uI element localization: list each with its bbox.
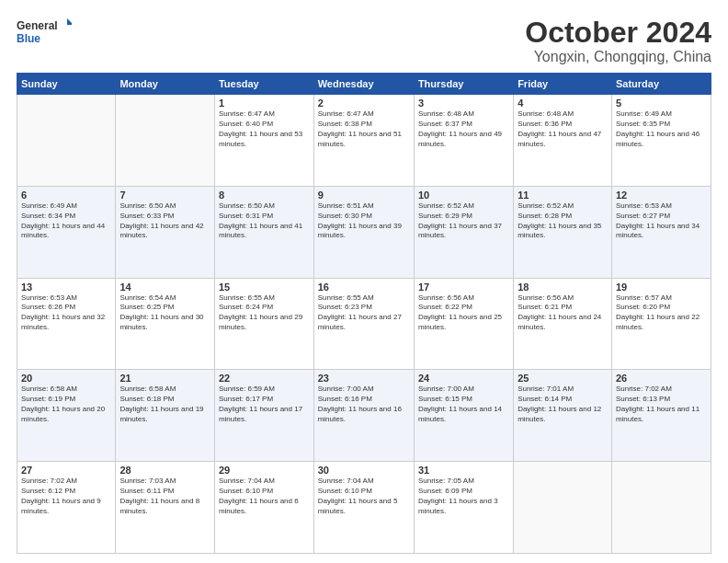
week-row-3: 13Sunrise: 6:53 AMSunset: 6:26 PMDayligh… [17, 278, 711, 370]
svg-marker-2 [67, 18, 72, 25]
day-number: 11 [518, 190, 608, 201]
calendar-cell: 24Sunrise: 7:00 AMSunset: 6:15 PMDayligh… [414, 370, 513, 462]
day-number: 16 [318, 282, 410, 293]
calendar-table: Sunday Monday Tuesday Wednesday Thursday… [17, 73, 711, 554]
calendar-cell: 11Sunrise: 6:52 AMSunset: 6:28 PMDayligh… [514, 186, 612, 278]
col-saturday: Saturday [611, 74, 711, 95]
day-number: 8 [219, 190, 310, 201]
calendar-cell: 5Sunrise: 6:49 AMSunset: 6:35 PMDaylight… [611, 95, 711, 187]
svg-text:General: General [17, 19, 58, 32]
day-info: Sunrise: 7:00 AMSunset: 6:15 PMDaylight:… [418, 385, 509, 424]
day-info: Sunrise: 6:56 AMSunset: 6:21 PMDaylight:… [518, 293, 608, 333]
day-info: Sunrise: 6:47 AMSunset: 6:38 PMDaylight:… [318, 109, 410, 149]
day-number: 7 [119, 190, 210, 201]
logo: General Blue [17, 17, 72, 50]
calendar-cell: 4Sunrise: 6:48 AMSunset: 6:36 PMDaylight… [514, 95, 612, 187]
calendar-cell: 21Sunrise: 6:58 AMSunset: 6:18 PMDayligh… [116, 370, 215, 462]
calendar-cell: 14Sunrise: 6:54 AMSunset: 6:25 PMDayligh… [116, 278, 215, 370]
logo-svg: General Blue [17, 17, 72, 50]
day-number: 24 [418, 373, 509, 384]
calendar-cell: 30Sunrise: 7:04 AMSunset: 6:10 PMDayligh… [313, 462, 414, 554]
calendar-cell: 12Sunrise: 6:53 AMSunset: 6:27 PMDayligh… [611, 186, 711, 278]
day-number: 15 [219, 282, 310, 293]
day-number: 4 [518, 98, 608, 109]
day-number: 26 [616, 373, 707, 384]
day-number: 29 [219, 465, 310, 476]
day-info: Sunrise: 6:48 AMSunset: 6:36 PMDaylight:… [518, 109, 608, 149]
calendar-subtitle: Yongxin, Chongqing, China [525, 49, 711, 65]
day-info: Sunrise: 6:55 AMSunset: 6:24 PMDaylight:… [219, 293, 310, 333]
day-info: Sunrise: 6:47 AMSunset: 6:40 PMDaylight:… [219, 109, 310, 149]
day-number: 6 [21, 190, 111, 201]
calendar-cell: 6Sunrise: 6:49 AMSunset: 6:34 PMDaylight… [17, 186, 116, 278]
day-info: Sunrise: 6:58 AMSunset: 6:18 PMDaylight:… [119, 385, 210, 424]
day-info: Sunrise: 7:02 AMSunset: 6:13 PMDaylight:… [616, 385, 707, 424]
calendar-header-row: Sunday Monday Tuesday Wednesday Thursday… [17, 74, 711, 95]
day-info: Sunrise: 7:04 AMSunset: 6:10 PMDaylight:… [318, 477, 410, 516]
calendar-cell: 15Sunrise: 6:55 AMSunset: 6:24 PMDayligh… [214, 278, 313, 370]
day-info: Sunrise: 7:01 AMSunset: 6:14 PMDaylight:… [518, 385, 608, 424]
calendar-title: October 2024 [525, 17, 711, 49]
day-number: 13 [21, 282, 111, 293]
calendar-cell: 13Sunrise: 6:53 AMSunset: 6:26 PMDayligh… [17, 278, 116, 370]
day-info: Sunrise: 7:02 AMSunset: 6:12 PMDaylight:… [21, 477, 111, 516]
day-number: 27 [21, 465, 111, 476]
day-info: Sunrise: 6:50 AMSunset: 6:33 PMDaylight:… [119, 201, 210, 241]
day-info: Sunrise: 6:57 AMSunset: 6:20 PMDaylight:… [616, 293, 707, 333]
calendar-cell: 18Sunrise: 6:56 AMSunset: 6:21 PMDayligh… [514, 278, 612, 370]
day-number: 18 [518, 282, 608, 293]
day-info: Sunrise: 6:50 AMSunset: 6:31 PMDaylight:… [219, 201, 310, 241]
col-tuesday: Tuesday [214, 74, 313, 95]
calendar-cell: 17Sunrise: 6:56 AMSunset: 6:22 PMDayligh… [414, 278, 513, 370]
day-info: Sunrise: 7:03 AMSunset: 6:11 PMDaylight:… [119, 477, 210, 516]
day-info: Sunrise: 6:49 AMSunset: 6:34 PMDaylight:… [21, 201, 111, 241]
day-number: 10 [418, 190, 509, 201]
day-info: Sunrise: 6:49 AMSunset: 6:35 PMDaylight:… [616, 109, 707, 149]
day-number: 1 [219, 98, 310, 109]
day-info: Sunrise: 6:51 AMSunset: 6:30 PMDaylight:… [318, 201, 410, 241]
calendar-cell: 22Sunrise: 6:59 AMSunset: 6:17 PMDayligh… [214, 370, 313, 462]
calendar-cell: 8Sunrise: 6:50 AMSunset: 6:31 PMDaylight… [214, 186, 313, 278]
calendar-cell: 28Sunrise: 7:03 AMSunset: 6:11 PMDayligh… [116, 462, 215, 554]
day-info: Sunrise: 6:48 AMSunset: 6:37 PMDaylight:… [418, 109, 509, 149]
day-number: 25 [518, 373, 608, 384]
day-info: Sunrise: 6:58 AMSunset: 6:19 PMDaylight:… [21, 385, 111, 424]
day-number: 31 [418, 465, 509, 476]
week-row-5: 27Sunrise: 7:02 AMSunset: 6:12 PMDayligh… [17, 462, 711, 554]
day-info: Sunrise: 6:52 AMSunset: 6:29 PMDaylight:… [418, 201, 509, 241]
calendar-cell: 9Sunrise: 6:51 AMSunset: 6:30 PMDaylight… [313, 186, 414, 278]
calendar-cell [514, 462, 612, 554]
week-row-1: 1Sunrise: 6:47 AMSunset: 6:40 PMDaylight… [17, 95, 711, 187]
col-thursday: Thursday [414, 74, 513, 95]
day-info: Sunrise: 6:55 AMSunset: 6:23 PMDaylight:… [318, 293, 410, 333]
day-number: 30 [318, 465, 410, 476]
col-wednesday: Wednesday [313, 74, 414, 95]
day-info: Sunrise: 6:53 AMSunset: 6:26 PMDaylight:… [21, 293, 111, 333]
page-header: General Blue October 2024 Yongxin, Chong… [17, 17, 711, 65]
day-info: Sunrise: 6:56 AMSunset: 6:22 PMDaylight:… [418, 293, 509, 333]
day-number: 14 [119, 282, 210, 293]
calendar-cell: 27Sunrise: 7:02 AMSunset: 6:12 PMDayligh… [17, 462, 116, 554]
svg-text:Blue: Blue [17, 32, 40, 45]
col-sunday: Sunday [17, 74, 116, 95]
day-info: Sunrise: 6:53 AMSunset: 6:27 PMDaylight:… [616, 201, 707, 241]
calendar-cell: 3Sunrise: 6:48 AMSunset: 6:37 PMDaylight… [414, 95, 513, 187]
day-info: Sunrise: 7:00 AMSunset: 6:16 PMDaylight:… [318, 385, 410, 424]
day-number: 22 [219, 373, 310, 384]
day-number: 28 [119, 465, 210, 476]
day-number: 21 [119, 373, 210, 384]
day-number: 5 [616, 98, 707, 109]
day-number: 9 [318, 190, 410, 201]
calendar-cell: 2Sunrise: 6:47 AMSunset: 6:38 PMDaylight… [313, 95, 414, 187]
col-monday: Monday [116, 74, 215, 95]
day-number: 19 [616, 282, 707, 293]
calendar-cell: 31Sunrise: 7:05 AMSunset: 6:09 PMDayligh… [414, 462, 513, 554]
calendar-cell: 23Sunrise: 7:00 AMSunset: 6:16 PMDayligh… [313, 370, 414, 462]
day-number: 20 [21, 373, 111, 384]
calendar-cell: 16Sunrise: 6:55 AMSunset: 6:23 PMDayligh… [313, 278, 414, 370]
day-info: Sunrise: 7:04 AMSunset: 6:10 PMDaylight:… [219, 477, 310, 516]
calendar-cell: 1Sunrise: 6:47 AMSunset: 6:40 PMDaylight… [214, 95, 313, 187]
calendar-cell [611, 462, 711, 554]
col-friday: Friday [514, 74, 612, 95]
day-number: 12 [616, 190, 707, 201]
